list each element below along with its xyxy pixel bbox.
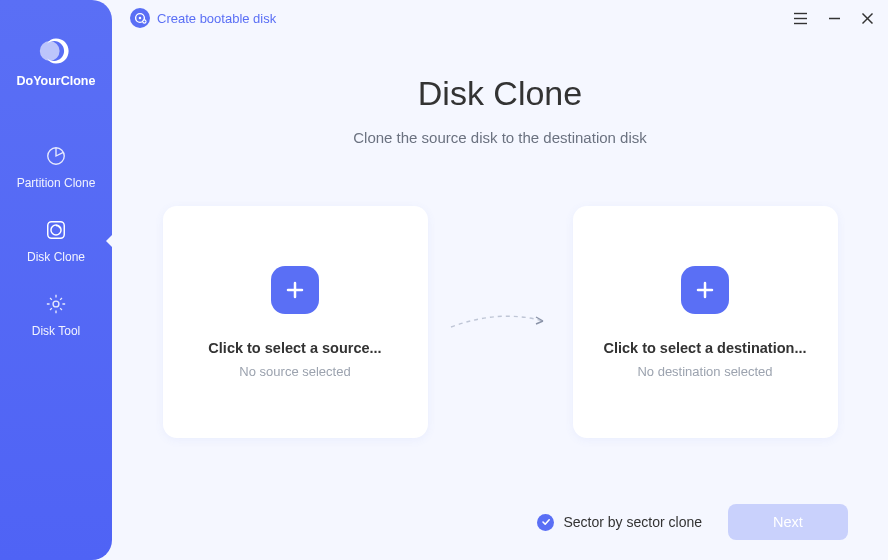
window-controls: [793, 12, 874, 25]
topbar: Create bootable disk: [112, 0, 888, 36]
sidebar-item-partition-clone[interactable]: Partition Clone: [0, 130, 112, 204]
plus-icon: [271, 266, 319, 314]
hamburger-icon: [793, 12, 808, 25]
close-button[interactable]: [861, 12, 874, 25]
gear-icon: [44, 292, 68, 316]
create-bootable-disk-link[interactable]: Create bootable disk: [130, 8, 276, 28]
arrow-icon: [428, 307, 573, 337]
content: Disk Clone Clone the source disk to the …: [112, 36, 888, 560]
dest-card-title: Click to select a destination...: [603, 340, 806, 356]
dest-card-sub: No destination selected: [637, 364, 772, 379]
source-card-title: Click to select a source...: [208, 340, 381, 356]
page-subtitle: Clone the source disk to the destination…: [353, 129, 647, 146]
cards-row: Click to select a source... No source se…: [112, 206, 888, 438]
sidebar-item-disk-tool[interactable]: Disk Tool: [0, 278, 112, 352]
sidebar-item-label: Disk Clone: [27, 250, 85, 264]
logo-icon: [38, 38, 74, 64]
disk-clone-icon: [44, 218, 68, 242]
minimize-icon: [828, 12, 841, 25]
source-card-sub: No source selected: [239, 364, 350, 379]
sector-checkbox-label: Sector by sector clone: [563, 514, 702, 530]
plus-icon: [681, 266, 729, 314]
svg-point-4: [53, 301, 59, 307]
svg-point-6: [139, 17, 141, 19]
sidebar-item-label: Disk Tool: [32, 324, 80, 338]
main-area: Create bootable disk: [112, 0, 888, 560]
sidebar-item-disk-clone[interactable]: Disk Clone: [0, 204, 112, 278]
source-disk-card[interactable]: Click to select a source... No source se…: [163, 206, 428, 438]
sector-by-sector-checkbox[interactable]: Sector by sector clone: [537, 514, 702, 531]
destination-disk-card[interactable]: Click to select a destination... No dest…: [573, 206, 838, 438]
bootable-link-label: Create bootable disk: [157, 11, 276, 26]
menu-button[interactable]: [793, 12, 808, 25]
sidebar-item-label: Partition Clone: [17, 176, 96, 190]
app-logo: DoYourClone: [17, 38, 96, 88]
sidebar: DoYourClone Partition Clone Disk Clone: [0, 0, 112, 560]
next-button[interactable]: Next: [728, 504, 848, 540]
app-name: DoYourClone: [17, 74, 96, 88]
page-title: Disk Clone: [418, 74, 582, 113]
footer: Sector by sector clone Next: [537, 504, 848, 540]
minimize-button[interactable]: [828, 12, 841, 25]
disc-icon: [130, 8, 150, 28]
svg-point-0: [40, 41, 60, 61]
checkmark-icon: [537, 514, 554, 531]
close-icon: [861, 12, 874, 25]
pie-chart-icon: [44, 144, 68, 168]
